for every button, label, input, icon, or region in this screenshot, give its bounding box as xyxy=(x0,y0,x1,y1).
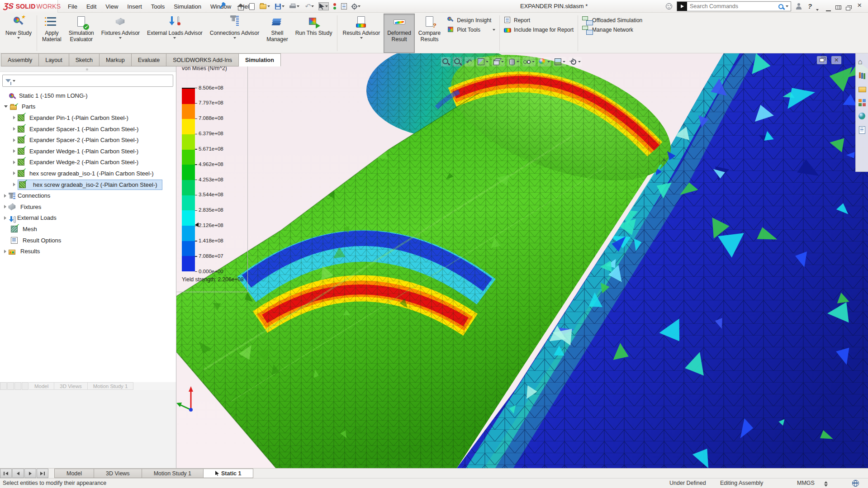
view-palette-icon[interactable] xyxy=(858,99,866,107)
tab-markup[interactable]: Markup xyxy=(100,53,132,66)
expand-caret-icon[interactable] xyxy=(13,171,15,175)
plot-tools-button[interactable]: Plot Tools xyxy=(447,26,495,33)
new-document-button[interactable] xyxy=(249,3,255,10)
search-dropdown-caret-icon[interactable] xyxy=(786,5,788,7)
deformed-result-button[interactable]: Deformed Result xyxy=(384,14,415,53)
doc-tab-motion-study-1[interactable]: Motion Study 1 xyxy=(142,469,204,478)
tree-item-hex-screw-gradeab-iso-2-plain-carbon-steel[interactable]: hex screw gradeab_iso-2 (-Plain Carbon S… xyxy=(0,179,175,190)
expand-caret-icon[interactable] xyxy=(13,161,15,164)
open-document-button[interactable] xyxy=(259,4,270,9)
include-image-for-report-button[interactable]: Include Image for Report xyxy=(504,26,574,33)
manage-network-button[interactable]: Manage Network xyxy=(582,26,642,33)
section-view-button[interactable] xyxy=(476,57,489,66)
apply-scene-button[interactable] xyxy=(553,57,566,66)
simulation-evaluator-button[interactable]: Simulation Evaluator xyxy=(65,14,98,53)
previous-view-button[interactable] xyxy=(465,57,474,66)
home-icon[interactable] xyxy=(858,58,866,66)
menu-view[interactable]: View xyxy=(101,1,123,12)
search-input[interactable] xyxy=(687,3,778,9)
panel-splitter[interactable] xyxy=(0,66,176,72)
close-button[interactable] xyxy=(857,2,862,9)
tree-item-hex-screw-gradeab-iso-1-plain-carbon-steel[interactable]: hex screw gradeab_iso-1 (-Plain Carbon S… xyxy=(0,168,175,179)
tree-filter-box[interactable] xyxy=(2,75,173,87)
new-study-button[interactable]: New Study xyxy=(2,14,35,53)
help-dropdown[interactable] xyxy=(816,5,819,12)
expand-caret-icon[interactable] xyxy=(4,250,6,253)
status-units[interactable]: MMGS xyxy=(797,480,815,486)
doc-tab-model[interactable]: Model xyxy=(54,469,94,478)
select-tool-button[interactable] xyxy=(318,2,329,10)
zoom-to-fit-button[interactable] xyxy=(441,57,451,66)
appearances-scenes-icon[interactable] xyxy=(858,112,866,120)
restore-document-button[interactable] xyxy=(817,56,827,64)
undo-button[interactable] xyxy=(304,3,314,9)
save-button[interactable] xyxy=(275,3,285,10)
close-document-button[interactable] xyxy=(831,56,841,64)
help-button[interactable] xyxy=(808,2,812,10)
last-tab-button[interactable] xyxy=(37,469,48,478)
stress-legend[interactable]: von Mises (N/m^2) 8.506e+087.797e+087.08… xyxy=(176,53,248,292)
restore-button[interactable] xyxy=(846,5,850,12)
expand-caret-icon[interactable] xyxy=(13,116,15,119)
minimize-button[interactable] xyxy=(826,6,831,13)
fixtures-advisor-button[interactable]: Fixtures Advisor xyxy=(98,14,143,53)
expand-caret-icon[interactable] xyxy=(13,183,15,186)
shell-manager-button[interactable]: Shell Manager xyxy=(263,14,291,53)
run-this-study-button[interactable]: Run This Study xyxy=(292,14,336,53)
expand-caret-icon[interactable] xyxy=(4,194,6,198)
expand-caret-icon[interactable] xyxy=(13,127,15,131)
file-explorer-icon[interactable] xyxy=(858,85,866,93)
tree-item-result-options[interactable]: Result Options xyxy=(0,235,175,246)
report-button[interactable]: Report xyxy=(504,16,574,24)
menu-simulation[interactable]: Simulation xyxy=(169,1,206,12)
apply-material-button[interactable]: Apply Material xyxy=(38,14,65,53)
tree-item-expander-wedge-2-plain-carbon-steel[interactable]: Expander Wedge-2 (-Plain Carbon Steel-) xyxy=(0,157,175,168)
expand-caret-icon[interactable] xyxy=(13,138,15,142)
zoom-to-area-button[interactable] xyxy=(453,57,462,66)
tree-item-external-loads[interactable]: External Loads xyxy=(0,213,175,224)
menu-edit[interactable]: Edit xyxy=(82,1,101,12)
view-orientation-button[interactable] xyxy=(492,57,505,66)
options-button[interactable] xyxy=(351,4,361,9)
tab-layout[interactable]: Layout xyxy=(39,53,69,66)
tree-item-static-1-150-mm-long[interactable]: Static 1 (-150 mm LONG-) xyxy=(0,90,175,101)
offloaded-simulation-button[interactable]: Offloaded Simulation xyxy=(582,16,642,24)
tree-item-results[interactable]: Results xyxy=(0,246,175,257)
tab-sketch[interactable]: Sketch xyxy=(69,53,100,66)
file-properties-button[interactable] xyxy=(341,3,347,10)
feedback-button[interactable] xyxy=(666,3,672,11)
hide-show-items-button[interactable] xyxy=(522,57,536,66)
span-displays-button[interactable] xyxy=(835,4,841,11)
connections-advisor-button[interactable]: Connections Advisor xyxy=(206,14,263,53)
display-style-button[interactable] xyxy=(507,57,520,66)
tree-item-parts[interactable]: Parts xyxy=(0,101,175,113)
graphics-viewport[interactable] xyxy=(176,53,868,468)
menu-insert[interactable]: Insert xyxy=(123,1,147,12)
tree-item-expander-spacer-2-plain-carbon-steel[interactable]: Expander Spacer-2 (-Plain Carbon Steel-) xyxy=(0,134,175,146)
expand-caret-icon[interactable] xyxy=(4,205,6,208)
menu-tools[interactable]: Tools xyxy=(147,1,169,12)
units-spinner-icon[interactable] xyxy=(824,481,828,483)
tree-item-expander-wedge-1-plain-carbon-steel[interactable]: Expander Wedge-1 (-Plain Carbon Steel-) xyxy=(0,146,175,157)
external-loads-advisor-button[interactable]: External Loads Advisor xyxy=(143,14,206,53)
rebuild-button[interactable] xyxy=(333,3,337,10)
menu-file[interactable]: File xyxy=(63,1,82,12)
home-button[interactable] xyxy=(237,3,245,10)
doc-tab-static-1[interactable]: Static 1 xyxy=(204,469,253,478)
print-button[interactable] xyxy=(289,3,300,9)
tree-item-fixtures[interactable]: Fixtures xyxy=(0,201,175,213)
tree-item-connections[interactable]: Connections xyxy=(0,190,175,201)
design-library-icon[interactable] xyxy=(858,71,866,80)
next-tab-button[interactable] xyxy=(24,469,36,478)
collapse-caret-icon[interactable] xyxy=(4,105,8,108)
custom-properties-icon[interactable] xyxy=(858,126,866,134)
search-commands-box[interactable] xyxy=(677,1,791,11)
tab-assembly[interactable]: Assembly xyxy=(1,53,39,66)
tree-item-mesh[interactable]: Mesh xyxy=(0,223,175,235)
expand-caret-icon[interactable] xyxy=(13,149,15,153)
tab-simulation[interactable]: Simulation xyxy=(239,53,281,66)
connection-status-button[interactable] xyxy=(852,480,859,488)
design-insight-button[interactable]: Design Insight xyxy=(447,16,495,24)
tree-item-expander-pin-1-plain-carbon-steel[interactable]: Expander Pin-1 (-Plain Carbon Steel-) xyxy=(0,112,175,123)
first-tab-button[interactable] xyxy=(0,469,12,478)
